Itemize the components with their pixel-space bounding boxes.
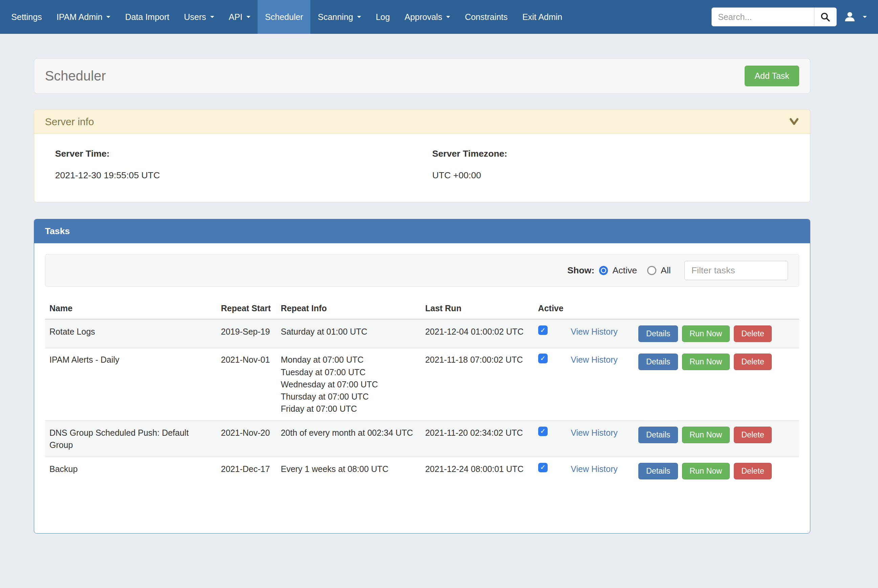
nav-item-label: Settings [11,12,42,22]
nav-item-label: Exit Admin [522,12,562,22]
tasks-toolbar: Show: Active All [45,254,799,287]
nav-item-ipam-admin[interactable]: IPAM Admin [49,0,118,34]
server-info-body: Server Time: 2021-12-30 19:55:05 UTC Ser… [34,134,810,202]
column-header-last-run: Last Run [421,297,533,319]
server-time-label: Server Time: [55,148,422,159]
nav-item-api[interactable]: API [221,0,258,34]
chevron-down-icon[interactable] [789,118,799,126]
tasks-panel-body: Show: Active All Name Repeat Start Repea… [34,243,810,496]
nav-item-log[interactable]: Log [369,0,397,34]
run-now-button[interactable]: Run Now [682,354,730,370]
details-button[interactable]: Details [638,354,678,370]
add-task-button[interactable]: Add Task [744,66,799,86]
run-now-button[interactable]: Run Now [682,326,730,342]
chevron-down-icon [246,16,251,18]
task-repeat-info: 20th of every month at 002:34 UTC [276,421,421,444]
active-checkbox[interactable]: ✓ [538,427,548,436]
task-repeat-start: 2021-Nov-01 [216,348,276,372]
show-active-label[interactable]: Active [612,265,637,276]
task-repeat-start: 2021-Dec-17 [216,457,276,481]
nav-item-label: Log [376,12,390,22]
view-history-link[interactable]: View History [571,355,617,364]
column-header-repeat-start: Repeat Start [216,297,276,319]
details-button[interactable]: Details [638,463,678,479]
tasks-panel-title: Tasks [34,219,810,244]
task-name: DNS Group Scheduled Push: Default Group [45,421,217,457]
task-last-run: 2021-11-18 07:00:02 UTC [421,348,533,372]
nav-item-label: Scanning [318,12,353,22]
nav-item-label: IPAM Admin [57,12,102,22]
column-header-repeat-info: Repeat Info [276,297,421,319]
task-repeat-start: 2021-Nov-20 [216,421,276,444]
run-now-button[interactable]: Run Now [682,427,730,443]
tasks-panel: Tasks Show: Active All Name Repeat Start… [34,219,810,534]
nav-item-data-import[interactable]: Data Import [118,0,177,34]
view-history-link[interactable]: View History [571,327,617,336]
search-icon [821,12,830,22]
delete-button[interactable]: Delete [734,326,772,342]
show-active-radio[interactable] [599,266,608,275]
nav-item-exit-admin[interactable]: Exit Admin [515,0,569,34]
column-header-actions [566,310,799,319]
page-title: Scheduler [45,68,106,84]
nav-item-label: API [229,12,242,22]
chevron-down-icon [106,16,110,18]
view-history-link[interactable]: View History [571,428,617,438]
server-info-title: Server info [45,116,94,127]
nav-item-label: Users [184,12,206,22]
navbar-right [711,0,867,34]
column-header-name: Name [45,297,217,319]
task-repeat-info: Monday at 07:00 UTCTuesday at 07:00 UTCW… [276,348,421,421]
active-checkbox[interactable]: ✓ [538,463,548,472]
server-info-panel: Server info Server Time: 2021-12-30 19:5… [34,109,810,202]
chevron-down-icon [210,16,214,18]
server-time-block: Server Time: 2021-12-30 19:55:05 UTC [45,148,422,181]
nav-item-label: Approvals [404,12,442,22]
table-row: IPAM Alerts - Daily 2021-Nov-01 Monday a… [45,348,799,421]
task-repeat-info: Every 1 weeks at 08:00 UTC [276,457,421,481]
top-navbar: SettingsIPAM AdminData ImportUsersAPISch… [0,0,878,34]
show-all-label[interactable]: All [661,265,671,276]
main-content: Scheduler Add Task Server info Server Ti… [34,34,810,534]
details-button[interactable]: Details [638,326,678,342]
nav-item-label: Scheduler [265,12,303,22]
search-input[interactable] [711,8,814,27]
delete-button[interactable]: Delete [734,427,772,443]
table-row: Backup 2021-Dec-17 Every 1 weeks at 08:0… [45,457,799,485]
nav-item-label: Data Import [125,12,170,22]
nav-item-scanning[interactable]: Scanning [311,0,368,34]
server-time-value: 2021-12-30 19:55:05 UTC [55,170,422,181]
task-last-run: 2021-11-20 02:34:02 UTC [421,421,533,444]
details-button[interactable]: Details [638,427,678,443]
server-timezone-value: UTC +00:00 [432,170,799,181]
filter-tasks-input[interactable] [684,261,788,280]
nav-item-scheduler[interactable]: Scheduler [258,0,311,34]
nav-item-settings[interactable]: Settings [4,0,50,34]
table-row: DNS Group Scheduled Push: Default Group … [45,420,799,457]
nav-item-label: Constraints [465,12,507,22]
task-name: Rotate Logs [45,320,217,344]
tasks-table: Name Repeat Start Repeat Info Last Run A… [45,297,799,485]
chevron-down-icon [446,16,450,18]
search-button[interactable] [814,8,837,27]
delete-button[interactable]: Delete [734,354,772,370]
task-repeat-info: Saturday at 01:00 UTC [276,320,421,344]
delete-button[interactable]: Delete [734,463,772,479]
column-header-active: Active [533,297,566,319]
view-history-link[interactable]: View History [571,464,617,474]
show-label: Show: [567,265,594,276]
active-checkbox[interactable]: ✓ [538,354,548,363]
active-checkbox[interactable]: ✓ [538,326,548,335]
nav-menu: SettingsIPAM AdminData ImportUsersAPISch… [4,0,570,34]
nav-item-approvals[interactable]: Approvals [397,0,458,34]
task-name: Backup [45,457,217,481]
run-now-button[interactable]: Run Now [682,463,730,479]
user-menu[interactable] [844,11,867,22]
task-name: IPAM Alerts - Daily [45,348,217,372]
nav-item-constraints[interactable]: Constraints [458,0,515,34]
show-all-radio[interactable] [647,266,656,275]
table-row: Rotate Logs 2019-Sep-19 Saturday at 01:0… [45,320,799,348]
server-info-header[interactable]: Server info [34,110,810,134]
table-body: Rotate Logs 2019-Sep-19 Saturday at 01:0… [45,320,799,485]
nav-item-users[interactable]: Users [177,0,221,34]
